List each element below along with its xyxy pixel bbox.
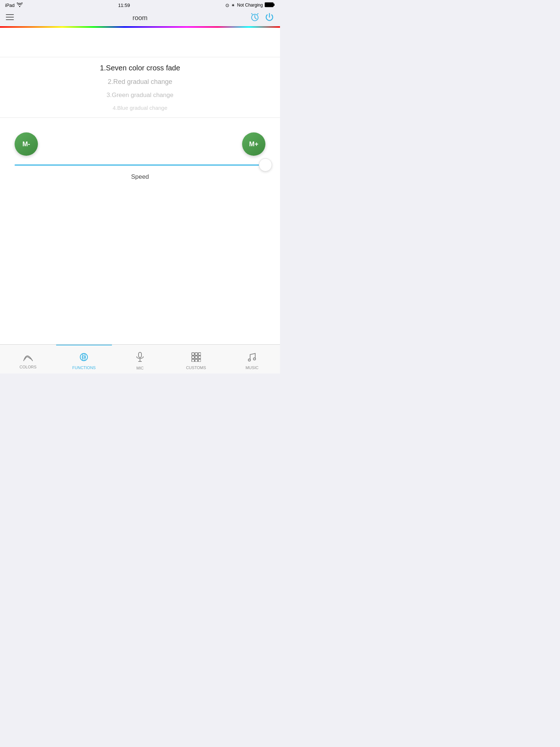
page-title: room [132,14,147,22]
customs-icon [191,352,201,364]
status-time: 11:59 [118,3,130,8]
tab-colors-label: COLORS [20,365,36,369]
svg-rect-1 [273,4,275,6]
mode-item-4[interactable]: 4.Blue gradual change [0,102,280,114]
battery-label: Not Charging [237,3,263,8]
tab-bar: COLORS FUNCTIONS MIC [0,344,280,374]
nav-bar: room [0,10,280,26]
tab-active-indicator [56,345,112,345]
nav-left [6,14,14,22]
tab-music[interactable]: MUSIC [224,349,280,370]
speed-slider-container[interactable] [15,159,265,170]
battery-icon [265,2,275,8]
speed-label: Speed [15,173,265,181]
nav-right [250,12,274,24]
tab-mic-label: MIC [136,366,144,370]
svg-rect-21 [198,356,201,359]
mic-icon [136,352,144,364]
svg-line-7 [255,18,256,19]
rotation-icon: ⊙ [225,3,229,8]
mode-item-3[interactable]: 3.Green gradual change [0,89,280,102]
tab-customs-label: CUSTOMS [186,365,206,370]
svg-point-26 [253,358,256,360]
music-icon [248,352,256,364]
svg-rect-16 [192,353,194,355]
tab-mic[interactable]: MIC [112,348,168,370]
svg-rect-20 [195,356,198,359]
power-icon[interactable] [265,12,274,24]
mode-item-2[interactable]: 2.Red gradual change [0,75,280,89]
tab-functions[interactable]: FUNCTIONS [56,349,112,370]
colors-icon [23,353,33,363]
svg-rect-0 [265,3,273,7]
controls-row: M- M+ [0,132,280,156]
svg-rect-19 [192,356,194,359]
svg-rect-22 [192,359,194,362]
functions-icon [79,352,89,364]
tab-colors[interactable]: COLORS [0,349,56,369]
tab-functions-label: FUNCTIONS [72,365,96,370]
svg-rect-2 [6,14,14,15]
svg-line-9 [257,13,258,14]
svg-rect-13 [139,352,141,357]
bluetooth-icon: ✴ [231,3,235,8]
status-right: ⊙ ✴ Not Charging [225,2,275,8]
tab-customs[interactable]: CUSTOMS [168,349,224,370]
slider-track [15,165,265,166]
svg-rect-17 [195,353,198,355]
svg-point-25 [248,359,250,361]
svg-rect-4 [6,19,14,20]
mode-minus-button[interactable]: M- [15,132,38,156]
device-label: iPad [5,3,15,8]
menu-icon[interactable] [6,14,14,22]
mode-plus-button[interactable]: M+ [242,132,265,156]
svg-line-8 [252,13,252,14]
tab-music-label: MUSIC [245,365,258,370]
slider-thumb[interactable] [259,158,272,171]
svg-rect-24 [198,359,201,362]
svg-rect-18 [198,353,201,355]
mode-list: 1.Seven color cross fade 2.Red gradual c… [0,57,280,118]
status-bar: iPad 11:59 ⊙ ✴ Not Charging [0,0,280,10]
svg-rect-3 [6,17,14,18]
wifi-icon [17,3,23,8]
svg-rect-23 [195,359,198,362]
mode-item-1[interactable]: 1.Seven color cross fade [0,61,280,75]
alarm-icon[interactable] [250,12,260,24]
status-left: iPad [5,3,23,8]
slider-section: Speed [0,159,280,181]
main-content: 1.Seven color cross fade 2.Red gradual c… [0,28,280,344]
